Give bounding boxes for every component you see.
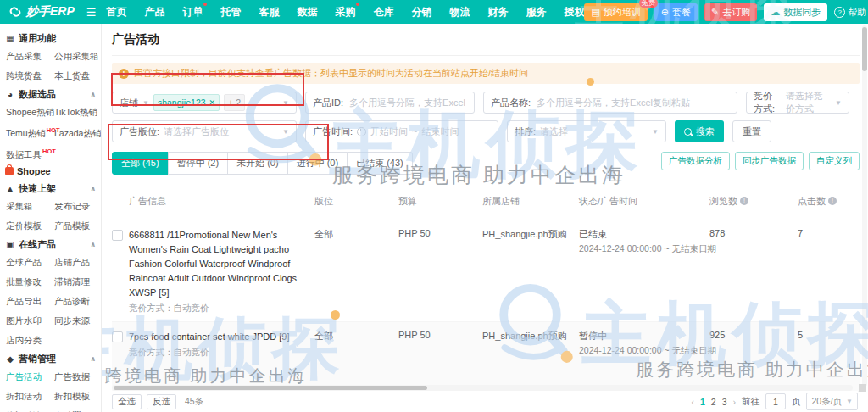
sidebar-item[interactable]: 产品诊断 <box>54 296 96 308</box>
select-all-button[interactable]: 全选 <box>112 394 142 409</box>
search-button[interactable]: 搜索 <box>675 120 724 142</box>
placement-filter[interactable]: 广告版位: 请选择广告版位 ▼ <box>112 120 297 142</box>
nav-item[interactable]: 授权 <box>564 5 584 19</box>
nav-item[interactable]: 产品 <box>144 5 164 19</box>
order-button[interactable]: ✎ 去订购 <box>704 3 757 21</box>
shop-tag[interactable]: shangjie123 ✕ <box>153 94 220 111</box>
status-tab[interactable]: 全部 (45) <box>112 152 169 175</box>
page-number-button[interactable]: 2 <box>711 397 716 407</box>
sidebar-item[interactable]: 发布记录 <box>54 201 96 213</box>
invert-select-button[interactable]: 反选 <box>147 394 176 409</box>
sidebar-item[interactable]: 店内分类 <box>6 335 54 347</box>
sidebar-item[interactable]: 公用采集箱 <box>54 51 99 63</box>
training-button[interactable]: ▤ 预约培训 免费 <box>584 3 647 21</box>
nav-item[interactable]: 订单 <box>182 5 203 19</box>
scrollbar-corner <box>859 384 866 392</box>
chevron-down-icon: ▼ <box>652 128 659 136</box>
sidebar-item[interactable]: 跨境货盘 <box>6 70 54 82</box>
table-action-button[interactable]: 同步广告数据 <box>735 152 804 170</box>
sidebar-item[interactable]: 数据工具HOT <box>6 148 54 161</box>
ad-time-filter[interactable]: 广告时间: 开始时间 ~ 结束时间 <box>305 120 498 142</box>
brand-logo[interactable]: 妙手ERP <box>8 4 75 19</box>
sidebar-item[interactable]: TikTok热销 <box>54 107 102 119</box>
chevron-up-icon[interactable]: ∧ <box>91 355 97 363</box>
sidebar-item[interactable]: 批量修改 <box>6 276 54 288</box>
nav-item[interactable]: 服务 <box>526 5 546 19</box>
nav-item[interactable]: 数据 <box>297 5 317 19</box>
sidebar-item[interactable]: 采集箱 <box>6 201 54 213</box>
sidebar-item[interactable]: 店铺产品 <box>54 257 96 269</box>
ad-title[interactable]: 6668811 /11Promotional New Men's Women's… <box>129 228 311 300</box>
sidebar-section-header[interactable]: ◆营销管理∧ <box>5 353 96 365</box>
info-icon[interactable] <box>828 197 837 205</box>
reset-button[interactable]: 重置 <box>732 120 771 142</box>
sidebar-section-header[interactable]: ▣在线产品∧ <box>5 238 96 251</box>
sidebar-item[interactable]: Lazada热销HOT <box>54 126 102 140</box>
sidebar-item[interactable]: 定价模板 <box>6 220 54 232</box>
product-id-input[interactable] <box>348 97 467 109</box>
status-tab[interactable]: 暂停中 (2) <box>168 152 229 175</box>
next-page-button[interactable]: › <box>732 397 736 407</box>
bid-type-filter[interactable]: 竞价方式: 请选择竞价方式 ▼ <box>746 92 849 114</box>
vscroll-thumb[interactable] <box>862 27 867 71</box>
info-icon[interactable] <box>740 197 748 205</box>
hamburger-menu-icon[interactable]: ☰ <box>86 6 97 19</box>
vertical-scrollbar[interactable] <box>862 25 867 387</box>
nav-item[interactable]: 采购 <box>335 5 355 19</box>
sidebar-item[interactable]: Shopee热销 <box>6 107 54 119</box>
tag-close-icon[interactable]: ✕ <box>209 96 216 109</box>
nav-item[interactable]: 客服 <box>259 5 279 19</box>
page-number-button[interactable]: 3 <box>722 397 727 407</box>
sort-filter[interactable]: 排序: 请选择 ▼ <box>507 120 666 142</box>
data-sync-button[interactable]: ☁ 数据同步 <box>764 3 827 21</box>
table-action-button[interactable]: 广告数据分析 <box>661 152 730 170</box>
sidebar-item[interactable]: 同步来源 <box>54 315 96 327</box>
sidebar-item[interactable]: 全球产品 <box>6 257 54 269</box>
goto-page-input[interactable] <box>765 393 786 409</box>
sidebar-item[interactable]: 滞销清理 <box>54 276 96 288</box>
chevron-up-icon[interactable]: ∧ <box>91 185 97 192</box>
horizontal-scrollbar[interactable] <box>112 385 853 391</box>
sidebar-item[interactable]: 产品采集 <box>6 51 54 63</box>
sidebar-item[interactable]: Temu热销HOT <box>6 126 54 140</box>
row-checkbox[interactable] <box>112 331 123 342</box>
nav-item[interactable]: 仓库 <box>373 5 393 19</box>
page-number-button[interactable]: 1 <box>700 397 705 407</box>
sidebar-item[interactable]: 本土货盘 <box>54 70 99 82</box>
sidebar-section-header[interactable]: Shopee <box>5 166 96 176</box>
hscroll-thumb[interactable] <box>114 386 427 390</box>
sidebar-item[interactable]: 产品导出 <box>6 296 54 308</box>
shop-filter[interactable]: 店铺 ▼ shangjie123 ✕ + 2 ▼ <box>112 92 297 114</box>
sidebar-item[interactable]: 折扣活动 <box>6 391 54 403</box>
nav-item[interactable]: 财务 <box>487 5 508 19</box>
status-tab[interactable]: 进行中 (0) <box>287 152 348 175</box>
product-name-input[interactable] <box>535 97 730 109</box>
nav-item[interactable]: 物流 <box>449 5 470 19</box>
table-action-button[interactable]: 自定义列 <box>809 152 860 170</box>
chevron-up-icon[interactable]: ∧ <box>91 91 97 98</box>
row-checkbox[interactable] <box>112 230 123 241</box>
plan-button[interactable]: ⊕ 套餐 <box>654 3 698 21</box>
end-time-placeholder[interactable]: 结束时间 <box>422 125 459 138</box>
ad-title[interactable]: 7pcs food container set white JPDD [9] <box>129 330 311 344</box>
nav-item[interactable]: 首页 <box>106 5 126 19</box>
sidebar-item[interactable]: 产品模板 <box>54 220 96 232</box>
sidebar-item[interactable]: 广告活动 <box>6 371 54 383</box>
sidebar-item[interactable]: 广告数据 <box>54 371 96 383</box>
nav-item[interactable]: 托管 <box>220 5 241 19</box>
nav-item[interactable]: 分销 <box>411 5 431 19</box>
help-button[interactable]: ? 帮助 <box>834 6 866 19</box>
start-time-placeholder[interactable]: 开始时间 <box>370 125 408 138</box>
sidebar-section-header[interactable]: ▦通用功能 <box>5 32 96 45</box>
sidebar-section-header[interactable]: ◕数据选品∧ <box>5 88 96 101</box>
page-size-select[interactable]: 20条/页 ▼ <box>806 393 858 410</box>
chevron-up-icon[interactable]: ∧ <box>91 241 97 248</box>
sidebar-item[interactable]: 折扣模板 <box>54 391 96 403</box>
placement-placeholder: 请选择广告版位 <box>164 125 229 138</box>
sidebar-item[interactable]: 图片水印 <box>6 315 54 327</box>
status-tab[interactable]: 未开始 (0) <box>227 152 288 175</box>
prev-page-button[interactable]: ‹ <box>691 397 694 407</box>
status-tab[interactable]: 已结束 (43) <box>347 152 413 175</box>
sidebar-section-header[interactable]: ▲快速上架∧ <box>5 182 96 195</box>
shop-more-tag[interactable]: + 2 <box>224 94 245 111</box>
